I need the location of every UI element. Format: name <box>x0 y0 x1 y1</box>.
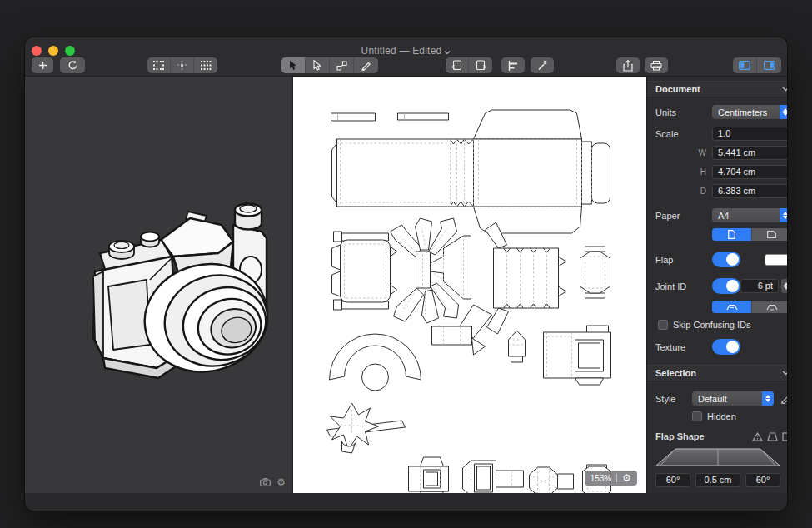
document-section-header[interactable]: Document <box>647 81 787 97</box>
magic-wand-icon <box>537 60 548 71</box>
edit-style-button[interactable] <box>780 393 787 404</box>
popup-stepper-icon <box>762 391 774 406</box>
sheet-canvas[interactable]: 153% ⚙ <box>293 77 646 493</box>
scale-label: Scale <box>655 129 712 139</box>
id-outside-button[interactable] <box>752 301 787 313</box>
align-button[interactable] <box>501 57 525 73</box>
pattern-piece[interactable] <box>432 305 492 355</box>
window-chrome: Untitled — Edited <box>25 37 787 77</box>
camera-3d-model[interactable] <box>25 77 293 493</box>
refresh-button[interactable] <box>60 57 85 73</box>
zoom-indicator[interactable]: 153% ⚙ <box>585 471 637 486</box>
orientation-segment <box>712 228 787 241</box>
viewport-corner-icons: ⚙ <box>260 477 286 487</box>
units-popup[interactable]: Centimeters <box>712 105 787 119</box>
refresh-icon <box>67 60 78 71</box>
document-section-title: Document <box>655 84 700 94</box>
view-both-button[interactable] <box>147 57 171 73</box>
pattern-piece[interactable] <box>332 110 610 233</box>
width-input[interactable]: 5.441 cm <box>712 146 787 160</box>
window-title[interactable]: Untitled — Edited <box>25 45 787 57</box>
model-view-icon <box>177 61 187 70</box>
pattern-piece[interactable] <box>463 461 524 493</box>
style-popup[interactable]: Default <box>692 391 774 406</box>
texture-toggle[interactable] <box>712 339 740 355</box>
window-footer <box>25 493 787 511</box>
pattern-piece[interactable] <box>332 232 397 310</box>
scale-input[interactable]: 1.0 <box>712 127 787 141</box>
joint-id-toggle[interactable] <box>712 278 740 294</box>
direct-select-tool-button[interactable] <box>306 57 330 73</box>
pattern-piece[interactable] <box>530 467 574 493</box>
flap-color-well[interactable] <box>765 254 787 266</box>
select-tool-button[interactable] <box>281 57 306 73</box>
square-flap-icon[interactable] <box>782 432 787 441</box>
flap-id-inside-icon <box>726 304 738 311</box>
view-layout-segment <box>147 57 217 73</box>
flap-angle-right-input[interactable]: 60° <box>745 473 780 487</box>
app-window: Untitled — Edited <box>25 37 787 511</box>
selection-section-header[interactable]: Selection <box>647 365 787 381</box>
trapezoid-flap-icon[interactable] <box>767 432 778 441</box>
pencil-icon <box>780 393 787 404</box>
pattern-piece[interactable] <box>486 222 566 334</box>
pattern-piece[interactable] <box>544 326 611 385</box>
id-inside-button[interactable] <box>712 301 752 313</box>
view-3d-button[interactable] <box>171 57 194 73</box>
popup-stepper-icon <box>780 208 787 222</box>
split-view-icon <box>153 61 164 70</box>
flap-shape-preview[interactable] <box>647 447 787 467</box>
viewport-settings-gear-icon[interactable]: ⚙ <box>276 477 286 487</box>
depth-input[interactable]: 6.383 cm <box>712 184 787 198</box>
print-button[interactable] <box>645 57 668 73</box>
flap-shape-label: Flap Shape <box>655 431 705 441</box>
height-input[interactable]: 4.704 cm <box>712 165 787 179</box>
cursor-icon <box>289 60 298 71</box>
size-stepper[interactable] <box>781 279 787 293</box>
cursor-outline-icon <box>313 60 322 71</box>
camera-icon[interactable] <box>260 478 271 486</box>
divider <box>616 474 617 482</box>
flap-width-input[interactable]: 0.5 cm <box>695 473 740 487</box>
paper-value: A4 <box>718 211 729 221</box>
depth-key: D <box>655 187 712 196</box>
pattern-piece[interactable] <box>330 334 421 391</box>
style-value: Default <box>698 394 727 404</box>
connect-tool-button[interactable] <box>330 57 354 73</box>
canvas-settings-gear-icon[interactable]: ⚙ <box>622 473 631 483</box>
flap-toggle[interactable] <box>712 252 740 267</box>
share-icon <box>623 60 633 72</box>
hidden-checkbox[interactable] <box>692 411 702 421</box>
auto-unfold-button[interactable] <box>531 57 554 73</box>
panel-toggle-segment <box>733 57 781 73</box>
zoom-value: 153% <box>590 474 612 483</box>
pencil-tool-button[interactable] <box>354 57 378 73</box>
triangle-flap-icon[interactable] <box>752 432 763 441</box>
units-label: Units <box>655 107 712 117</box>
portrait-button[interactable] <box>712 228 752 241</box>
move-prev-sheet-button[interactable] <box>446 57 469 73</box>
skip-confusing-ids-checkbox[interactable] <box>658 320 668 330</box>
toggle-left-panel-button[interactable] <box>733 57 757 73</box>
pattern-piece[interactable] <box>509 331 526 362</box>
pattern-piece[interactable] <box>409 457 449 493</box>
width-key: W <box>655 148 712 157</box>
pattern-piece[interactable] <box>580 247 610 298</box>
view-sheets-button[interactable] <box>194 57 217 73</box>
paper-label: Paper <box>655 211 712 221</box>
landscape-button[interactable] <box>752 228 787 241</box>
add-button[interactable] <box>32 57 53 73</box>
pencil-icon <box>361 60 371 71</box>
page-arrow-left-icon <box>451 60 462 71</box>
3d-viewport[interactable]: ⚙ <box>25 77 293 493</box>
pattern-piece[interactable] <box>391 218 471 323</box>
pattern-piece[interactable] <box>327 403 406 453</box>
joint-id-size-input[interactable]: 6 pt <box>740 279 779 293</box>
move-next-sheet-button[interactable] <box>469 57 492 73</box>
share-button[interactable] <box>616 57 640 73</box>
pattern-piece[interactable] <box>331 113 449 121</box>
toggle-right-panel-button[interactable] <box>757 57 781 73</box>
chevron-down-icon <box>782 371 787 376</box>
paper-popup[interactable]: A4 <box>712 208 787 222</box>
flap-angle-left-input[interactable]: 60° <box>655 473 690 487</box>
